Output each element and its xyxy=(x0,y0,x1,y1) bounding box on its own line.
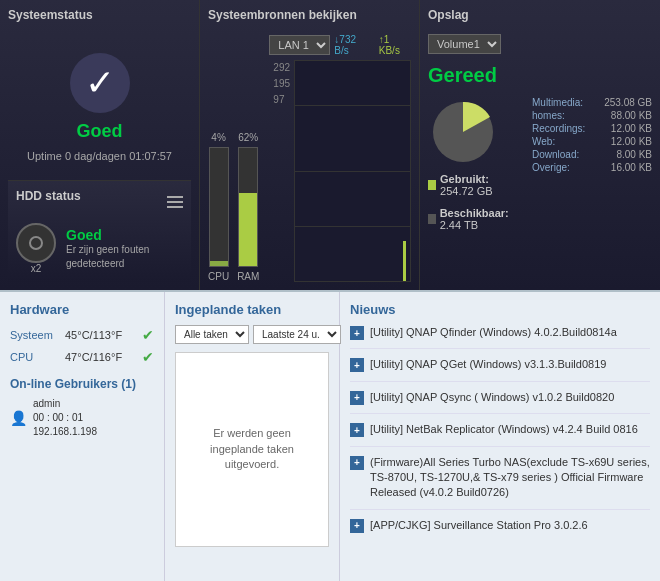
bronnen-content: 4% CPU 62% RAM xyxy=(208,34,411,282)
opslag-title: Opslag xyxy=(428,8,652,26)
hdd-content: x2 Goed Er zijn geen fouten gedetecteerd xyxy=(16,223,183,274)
good-text: Goed xyxy=(76,121,122,142)
nieuws-text-2: [Utility] QNAP Qsync ( Windows) v1.0.2 B… xyxy=(370,390,614,405)
nieuws-plus-icon-1: + xyxy=(350,358,364,372)
systeembronnen-title: Systeembronnen bekijken xyxy=(208,8,411,26)
online-title: On-line Gebruikers (1) xyxy=(10,377,154,391)
chart-numbers: 292 195 97 xyxy=(273,60,290,282)
hdd-title: HDD status xyxy=(16,189,81,207)
laatste-24-select[interactable]: Laatste 24 u. xyxy=(253,325,341,344)
hdd-status-panel: HDD status x2 Goed Er zijn gee xyxy=(8,180,191,282)
user-name: admin xyxy=(33,397,97,411)
gereed-text: Gereed xyxy=(428,64,652,87)
lan-select[interactable]: LAN 1 xyxy=(269,35,330,55)
hardware-col: Hardware Systeem 45°C/113°F ✔ CPU 47°C/1… xyxy=(0,292,165,581)
user-row: 👤 admin 00 : 00 : 01 192.168.1.198 xyxy=(10,397,154,439)
user-time: 00 : 00 : 01 xyxy=(33,411,97,425)
detail-overige: Overige: 16.00 KB xyxy=(532,162,652,173)
hdd-icon xyxy=(16,223,56,263)
nieuws-col: Nieuws + [Utility] QNAP Qfinder (Windows… xyxy=(340,292,660,581)
pie-chart xyxy=(428,97,498,167)
nieuws-plus-icon-3: + xyxy=(350,423,364,437)
free-color-dot xyxy=(428,214,436,224)
systeem-value: 45°C/113°F xyxy=(65,329,142,341)
systeemstatus-panel: Systeemstatus ✓ Goed Uptime 0 dag/dagen … xyxy=(0,0,200,290)
lan-chart-spike xyxy=(403,241,406,281)
detail-download: Download: 8.00 KB xyxy=(532,149,652,160)
systeem-check-icon: ✔ xyxy=(142,327,154,343)
taken-title: Ingeplande taken xyxy=(175,302,329,317)
free-label: Beschikbaar: 2.44 TB xyxy=(440,207,524,231)
systeem-label: Systeem xyxy=(10,329,65,341)
cpu-hw-value: 47°C/116°F xyxy=(65,351,142,363)
nieuws-text-3: [Utility] NetBak Replicator (Windows) v4… xyxy=(370,422,638,437)
systeemstatus-title: Systeemstatus xyxy=(8,8,191,26)
systeembronnen-panel: Systeembronnen bekijken 4% CPU 62% xyxy=(200,0,420,290)
alle-taken-select[interactable]: Alle taken xyxy=(175,325,249,344)
nieuws-item-3[interactable]: + [Utility] NetBak Replicator (Windows) … xyxy=(350,422,650,446)
nieuws-text-4: (Firmware)All Series Turbo NAS(exclude T… xyxy=(370,455,650,501)
nieuws-item-2[interactable]: + [Utility] QNAP Qsync ( Windows) v1.0.2… xyxy=(350,390,650,414)
nieuws-text-1: [Utility] QNAP QGet (Windows) v3.1.3.Bui… xyxy=(370,357,606,372)
cpu-bar xyxy=(209,147,229,267)
cpu-row: CPU 47°C/116°F ✔ xyxy=(10,349,154,365)
hdd-icon-container: x2 xyxy=(16,223,56,274)
cpu-ram-area: 4% CPU 62% RAM xyxy=(208,34,259,282)
num-195: 195 xyxy=(273,76,290,92)
used-color-dot xyxy=(428,180,436,190)
list-view-icon[interactable] xyxy=(167,196,183,208)
nieuws-text-0: [Utility] QNAP Qfinder (Windows) 4.0.2.B… xyxy=(370,325,617,340)
hdd-info: Goed Er zijn geen fouten gedetecteerd xyxy=(66,227,183,271)
cpu-hw-label: CPU xyxy=(10,351,65,363)
opslag-header: Volume1 xyxy=(428,34,652,54)
nieuws-text-5: [APP/CJKG] Surveillance Station Pro 3.0.… xyxy=(370,518,588,533)
online-gebruikers: On-line Gebruikers (1) 👤 admin 00 : 00 :… xyxy=(10,377,154,439)
hdd-desc: Er zijn geen fouten gedetecteerd xyxy=(66,243,183,271)
opslag-panel: Opslag Volume1 Gereed xyxy=(420,0,660,290)
hardware-title: Hardware xyxy=(10,302,154,317)
cpu-label: CPU xyxy=(208,271,229,282)
hdd-good-text: Goed xyxy=(66,227,183,243)
user-ip: 192.168.1.198 xyxy=(33,425,97,439)
lan-area: LAN 1 ↓732 B/s ↑1 KB/s 292 195 xyxy=(269,34,411,282)
systeem-row: Systeem 45°C/113°F ✔ xyxy=(10,327,154,343)
free-bar-row: Beschikbaar: 2.44 TB xyxy=(428,207,524,231)
detail-web: Web: 12.00 KB xyxy=(532,136,652,147)
checkmark-icon: ✓ xyxy=(85,65,115,101)
taken-filters: Alle taken Laatste 24 u. xyxy=(175,325,329,344)
taken-empty-text: Er werden geen ingeplande taken uitgevoe… xyxy=(186,426,318,472)
nieuws-item-0[interactable]: + [Utility] QNAP Qfinder (Windows) 4.0.2… xyxy=(350,325,650,349)
lan-up-stat: ↑1 KB/s xyxy=(379,34,411,56)
num-292: 292 xyxy=(273,60,290,76)
cpu-bar-container: 4% CPU xyxy=(208,132,229,282)
hdd-x2: x2 xyxy=(31,263,42,274)
ram-label: RAM xyxy=(237,271,259,282)
nieuws-item-4[interactable]: + (Firmware)All Series Turbo NAS(exclude… xyxy=(350,455,650,510)
ram-bar xyxy=(238,147,258,267)
checkmark-circle: ✓ xyxy=(70,53,130,113)
taken-col: Ingeplande taken Alle taken Laatste 24 u… xyxy=(165,292,340,581)
used-label: Gebruikt: 254.72 GB xyxy=(440,173,524,197)
lan-chart xyxy=(294,60,411,282)
nieuws-plus-icon-2: + xyxy=(350,391,364,405)
nieuws-plus-icon-4: + xyxy=(350,456,364,470)
ram-pct: 62% xyxy=(238,132,258,143)
nieuws-title: Nieuws xyxy=(350,302,650,317)
arrow-up-icon: ↑1 KB/s xyxy=(379,34,411,56)
ram-bar-fill xyxy=(239,193,257,266)
user-info: admin 00 : 00 : 01 192.168.1.198 xyxy=(33,397,97,439)
ram-bar-container: 62% RAM xyxy=(237,132,259,282)
storage-details: Multimedia: 253.08 GB homes: 88.00 KB Re… xyxy=(532,97,652,282)
volume-select[interactable]: Volume1 xyxy=(428,34,501,54)
status-good-area: ✓ Goed Uptime 0 dag/dagen 01:07:57 xyxy=(8,34,191,180)
taken-empty: Er werden geen ingeplande taken uitgevoe… xyxy=(175,352,329,547)
nieuws-plus-icon-5: + xyxy=(350,519,364,533)
nieuws-item-5[interactable]: + [APP/CJKG] Surveillance Station Pro 3.… xyxy=(350,518,650,541)
lan-select-row: LAN 1 ↓732 B/s ↑1 KB/s xyxy=(269,34,411,56)
hdd-header: HDD status xyxy=(16,189,183,215)
nieuws-item-1[interactable]: + [Utility] QNAP QGet (Windows) v3.1.3.B… xyxy=(350,357,650,381)
cpu-check-icon: ✔ xyxy=(142,349,154,365)
num-97: 97 xyxy=(273,92,290,108)
used-bar-row: Gebruikt: 254.72 GB xyxy=(428,173,524,197)
user-icon: 👤 xyxy=(10,410,27,426)
